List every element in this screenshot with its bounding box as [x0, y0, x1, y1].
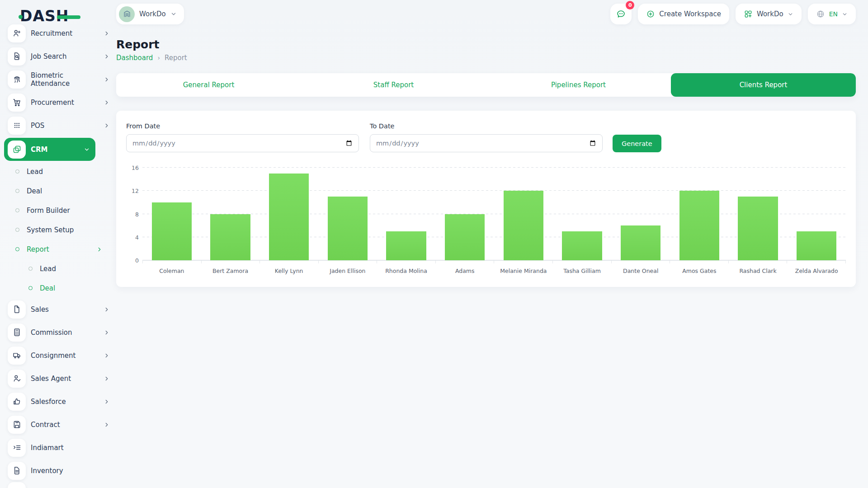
bar-tasha-gilliam: [562, 231, 602, 260]
create-workspace-button[interactable]: Create Workspace: [638, 4, 729, 24]
bar-slot: [318, 168, 377, 260]
sidebar-item-indiamart[interactable]: Indiamart: [0, 436, 116, 459]
bar-slot: [435, 168, 494, 260]
file-search-icon: [12, 52, 22, 61]
sidebar-item-crm-deal[interactable]: Deal: [0, 181, 116, 201]
page-title: Report: [116, 38, 856, 51]
x-tick-label: Dante Oneal: [611, 267, 670, 274]
sidebar-icon-tile: [8, 347, 26, 365]
clients-report-chart: 0481216 ColemanBert ZamoraKelly LynnJade…: [126, 164, 846, 274]
sidebar-item-crm-form-builder[interactable]: Form Builder: [0, 201, 116, 220]
sidebar-item-label: Deal: [40, 284, 103, 292]
sidebar-item-crm-report[interactable]: Report: [0, 239, 116, 259]
x-tick-label: Amos Gates: [670, 267, 729, 274]
sidebar-item-crm-system-setup[interactable]: System Setup: [0, 220, 116, 239]
sidebar-item-procurement[interactable]: Procurement: [0, 91, 116, 114]
chevron-right-icon: [104, 329, 110, 336]
chart-plot: [142, 168, 846, 260]
x-tick: [494, 261, 553, 263]
app-menu-button[interactable]: WorkDo: [736, 4, 802, 24]
sidebar-item-label: Lead: [27, 168, 103, 176]
generate-button[interactable]: Generate: [613, 135, 661, 152]
sidebar-item-crm-lead[interactable]: Lead: [0, 162, 116, 181]
tab-general-report[interactable]: General Report: [116, 73, 301, 97]
from-date-input[interactable]: [126, 134, 359, 152]
bar-slot: [494, 168, 553, 260]
grid-dots-icon: [12, 121, 22, 130]
bar-amos-gates: [679, 191, 719, 260]
x-tick: [319, 261, 377, 263]
to-date-label: To Date: [370, 122, 603, 130]
sidebar-item-crm-report-lead[interactable]: Lead: [0, 259, 116, 278]
sidebar-item-label: Report: [27, 245, 96, 253]
sidebar-item-label: Consignment: [31, 352, 104, 360]
sidebar-item-consignment[interactable]: Consignment: [0, 344, 116, 367]
sidebar-item-label: Indiamart: [31, 444, 110, 452]
to-date-input[interactable]: [370, 134, 603, 152]
tab-pipelines-report[interactable]: Pipelines Report: [486, 73, 671, 97]
x-tick: [142, 261, 202, 263]
logo-dot-accent: [19, 15, 23, 19]
bullet-icon: [15, 208, 19, 212]
sidebar-item-label: System Setup: [27, 226, 103, 234]
app-menu-label: WorkDo: [757, 10, 783, 18]
x-tick: [787, 261, 846, 263]
sidebar-item-commission[interactable]: Commission: [0, 321, 116, 344]
x-tick: [377, 261, 436, 263]
sidebar-item-pos[interactable]: POS: [0, 114, 116, 137]
bar-slot: [787, 168, 846, 260]
sidebar-item-sales-agent[interactable]: Sales Agent: [0, 367, 116, 390]
chevron-right-icon: [104, 76, 110, 83]
sidebar-item-salesforce[interactable]: Salesforce: [0, 390, 116, 413]
workspace-avatar: [119, 6, 135, 22]
tab-clients-report[interactable]: Clients Report: [671, 73, 856, 97]
file-text-icon: [12, 466, 22, 475]
sidebar-icon-tile: [8, 24, 26, 42]
bar-bert-zamora: [210, 214, 250, 261]
sidebar-item-recruitment[interactable]: Recruitment: [0, 22, 116, 45]
chevron-right-icon: [104, 306, 110, 313]
sidebar-item-job-search[interactable]: Job Search: [0, 45, 116, 68]
app-root: DASH RecruitmentJob SearchBiometric Atte…: [0, 0, 868, 488]
from-date-group: From Date: [126, 122, 359, 152]
logo-dash-accent: [57, 15, 80, 19]
messages-badge: 0: [626, 1, 634, 9]
bar-jaden-ellison: [328, 197, 368, 260]
sidebar-item-sales[interactable]: Sales: [0, 298, 116, 321]
bullet-icon: [15, 169, 19, 174]
sidebar-item-label: CRM: [31, 145, 84, 154]
workspace-selector[interactable]: WorkDo: [116, 4, 184, 24]
globe-icon: [816, 9, 825, 19]
x-tick-label: Zelda Alvarado: [787, 267, 846, 274]
breadcrumb-dashboard-link[interactable]: Dashboard: [116, 54, 153, 62]
bar-zelda-alvarado: [797, 231, 836, 260]
sidebar-item-biometric-attendance[interactable]: Biometric Attendance: [0, 68, 116, 91]
grid-plus-icon: [744, 9, 753, 19]
y-tick-label: 0: [135, 257, 139, 264]
bullet-icon: [15, 247, 19, 251]
language-selector[interactable]: EN: [808, 4, 856, 24]
y-tick-label: 12: [132, 188, 139, 194]
sidebar-item-contract[interactable]: Contract: [0, 413, 116, 436]
bar-slot: [142, 168, 201, 260]
bar-rashad-clark: [738, 197, 778, 260]
y-tick-label: 8: [135, 211, 139, 217]
x-tick-label: Adams: [435, 267, 494, 274]
messages-button[interactable]: 0: [610, 4, 632, 24]
app-logo[interactable]: DASH: [20, 7, 69, 25]
bar-slot: [729, 168, 788, 260]
sidebar-item-crm-report-deal[interactable]: Deal: [0, 278, 116, 298]
sidebar: DASH RecruitmentJob SearchBiometric Atte…: [0, 0, 116, 488]
calculator-icon: [12, 328, 22, 337]
tab-staff-report[interactable]: Staff Report: [301, 73, 486, 97]
sidebar-item-label: POS: [31, 122, 104, 130]
sidebar-item-label: Form Builder: [27, 206, 103, 215]
chevron-right-icon: [104, 422, 110, 428]
x-tick: [670, 261, 729, 263]
sidebar-item-crm[interactable]: CRM: [4, 138, 95, 161]
chevron-right-icon: [104, 375, 110, 382]
sidebar-icon-tile: [8, 439, 26, 457]
list-arrow-icon: [12, 443, 22, 452]
cards-icon: [12, 145, 22, 154]
sidebar-item-inventory[interactable]: Inventory: [0, 459, 116, 482]
